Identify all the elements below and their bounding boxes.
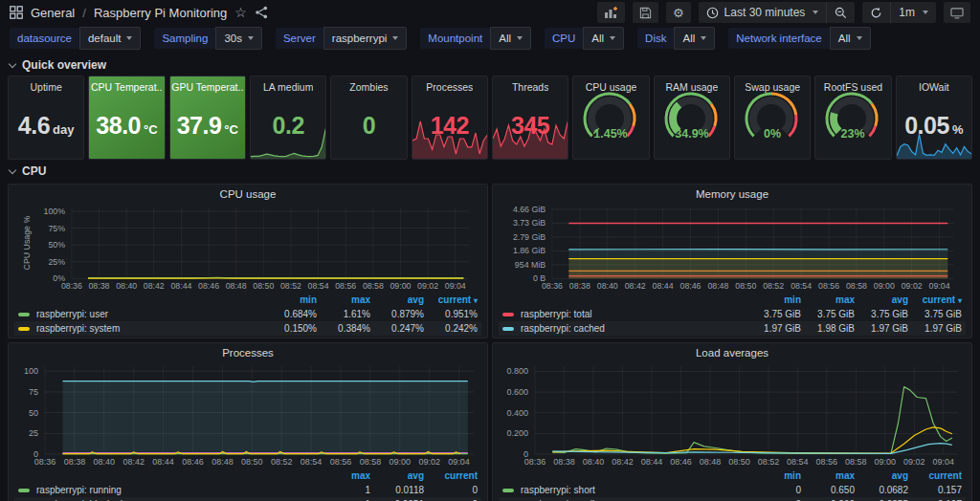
save-dashboard-button[interactable]: [633, 2, 658, 23]
legend-sort-max[interactable]: max: [317, 470, 370, 481]
legend-sort-current[interactable]: current ▾: [908, 294, 962, 305]
legend-value: 0.650: [801, 485, 855, 495]
svg-text:09:02: 09:02: [417, 281, 438, 291]
svg-text:08:38: 08:38: [64, 457, 86, 467]
svg-text:08:36: 08:36: [524, 457, 546, 467]
tv-monitor-icon: [950, 7, 964, 19]
variable-cpu: CPUAll: [545, 28, 624, 49]
variable-value-dropdown[interactable]: raspberrypi: [323, 27, 408, 50]
time-zoom-out-button[interactable]: [826, 2, 855, 23]
dashboards-grid-icon[interactable]: [10, 6, 23, 19]
series-color-swatch: [18, 327, 30, 331]
variable-mountpoint: MountpointAll: [420, 28, 531, 49]
legend-value: 0.247%: [370, 323, 424, 334]
breadcrumb-section[interactable]: General: [31, 6, 75, 20]
series-toggle[interactable]: raspberrypi: user: [18, 309, 263, 319]
chart-plot[interactable]: 025507510008:3608:3808:4008:4208:4408:46…: [14, 360, 479, 468]
svg-text:09:02: 09:02: [902, 281, 923, 291]
panel-processes: Processes025507510008:3608:3808:4008:420…: [8, 342, 488, 501]
legend-sort-current[interactable]: current: [908, 470, 962, 481]
legend-row: raspberrypi: medium00.2600.03550.197: [499, 497, 966, 501]
svg-text:08:46: 08:46: [198, 281, 219, 291]
series-toggle[interactable]: raspberrypi: short: [502, 485, 747, 495]
legend-sort-min[interactable]: min: [747, 294, 801, 305]
panel-title[interactable]: RAM usage: [665, 81, 718, 93]
variable-label: Server: [276, 28, 323, 49]
panel-title[interactable]: Load averages: [499, 345, 966, 360]
stat-value: 4.6: [18, 112, 50, 140]
stat-value-wrap: 0.05%: [897, 93, 971, 159]
time-range-picker[interactable]: Last 30 minutes: [699, 2, 827, 23]
refresh-button[interactable]: [862, 2, 890, 23]
panel-title[interactable]: IOWait: [919, 81, 949, 93]
svg-text:50: 50: [29, 408, 38, 418]
panel-title[interactable]: Zombies: [349, 81, 388, 93]
panel-title[interactable]: RootFS used: [824, 81, 882, 93]
legend-sort-current[interactable]: current: [424, 470, 478, 481]
svg-text:100%: 100%: [44, 207, 66, 216]
sort-caret-icon: ▾: [474, 296, 478, 305]
legend-sort-min[interactable]: min: [747, 470, 801, 481]
legend-sort-avg[interactable]: avg: [370, 294, 424, 305]
series-toggle[interactable]: raspberrypi: total: [502, 309, 747, 319]
panel-title[interactable]: Threads: [512, 81, 549, 93]
variable-value-dropdown[interactable]: All: [674, 27, 715, 50]
svg-text:08:38: 08:38: [553, 457, 575, 467]
svg-text:08:56: 08:56: [330, 457, 352, 467]
legend-sort-avg[interactable]: avg: [855, 470, 908, 481]
row-header-cpu[interactable]: CPU: [0, 160, 980, 182]
panel-title[interactable]: Uptime: [31, 81, 62, 93]
row-header-quick-overview[interactable]: Quick overview: [0, 54, 980, 76]
variable-value-dropdown[interactable]: default: [79, 27, 142, 50]
variable-server: Serverraspberrypi: [276, 28, 407, 49]
panel-title[interactable]: CPU usage: [14, 186, 481, 202]
panel-title[interactable]: LA medium: [263, 81, 314, 93]
dashboard-settings-button[interactable]: ⚙: [666, 2, 691, 23]
svg-text:08:50: 08:50: [728, 457, 750, 467]
chart-plot[interactable]: 0%25%50%75%100%08:3608:3808:4008:4208:44…: [14, 202, 479, 292]
variable-label: Network interface: [728, 28, 829, 49]
variable-value-dropdown[interactable]: All: [830, 27, 871, 50]
legend-value: 1.61%: [317, 309, 370, 319]
breadcrumb-dashboard-title[interactable]: Raspberry Pi Monitoring: [94, 6, 227, 20]
legend-sort-max[interactable]: max: [317, 294, 370, 305]
variable-value-dropdown[interactable]: 30s: [215, 27, 262, 50]
legend-sort-min[interactable]: min: [263, 294, 317, 305]
panel-title[interactable]: CPU usage: [586, 81, 637, 93]
series-name: raspberrypi: cached: [521, 323, 605, 334]
legend-sort-current[interactable]: current ▾: [424, 294, 478, 305]
share-icon[interactable]: [255, 6, 268, 19]
series-name: raspberrypi: total: [521, 309, 591, 319]
zoom-out-icon: [835, 7, 847, 19]
gauge-value: 34.9%: [675, 127, 708, 141]
svg-text:08:58: 08:58: [363, 281, 384, 291]
kiosk-mode-button[interactable]: [944, 2, 970, 23]
svg-text:09:02: 09:02: [418, 457, 440, 467]
svg-text:08:50: 08:50: [735, 281, 756, 291]
series-toggle[interactable]: raspberrypi: cached: [502, 323, 747, 334]
add-panel-button[interactable]: [597, 2, 625, 23]
refresh-interval-picker[interactable]: 1m: [890, 2, 936, 23]
variable-value-dropdown[interactable]: All: [583, 27, 624, 50]
series-toggle[interactable]: raspberrypi: running: [18, 485, 317, 495]
variable-value-dropdown[interactable]: All: [490, 27, 531, 50]
chart-plot[interactable]: 0 B954 MiB1.86 GiB2.79 GiB3.73 GiB4.66 G…: [499, 202, 964, 292]
favorite-star-icon[interactable]: ☆: [234, 6, 247, 19]
legend-sort-avg[interactable]: avg: [855, 294, 908, 305]
variable-label: Disk: [637, 28, 674, 49]
panel-title[interactable]: Memory usage: [499, 186, 966, 202]
panel-title[interactable]: CPU Temperat...: [91, 81, 163, 93]
svg-text:09:04: 09:04: [445, 281, 466, 291]
panel-title[interactable]: Processes: [14, 345, 481, 360]
panel-title[interactable]: Swap usage: [745, 81, 800, 93]
legend-sort-max[interactable]: max: [801, 294, 855, 305]
panel-title[interactable]: GPU Temperat...: [171, 81, 243, 93]
series-toggle[interactable]: raspberrypi: system: [18, 323, 263, 334]
gauge: 23%: [821, 91, 884, 144]
legend-sort-max[interactable]: max: [801, 470, 855, 481]
legend-sort-avg[interactable]: avg: [370, 470, 424, 481]
stat-panel-iowait: IOWait0.05%: [896, 76, 972, 160]
panel-title[interactable]: Processes: [426, 81, 473, 93]
chart-plot[interactable]: 00.2000.4000.6000.80008:3608:3808:4008:4…: [499, 360, 964, 468]
svg-text:25: 25: [29, 428, 38, 438]
